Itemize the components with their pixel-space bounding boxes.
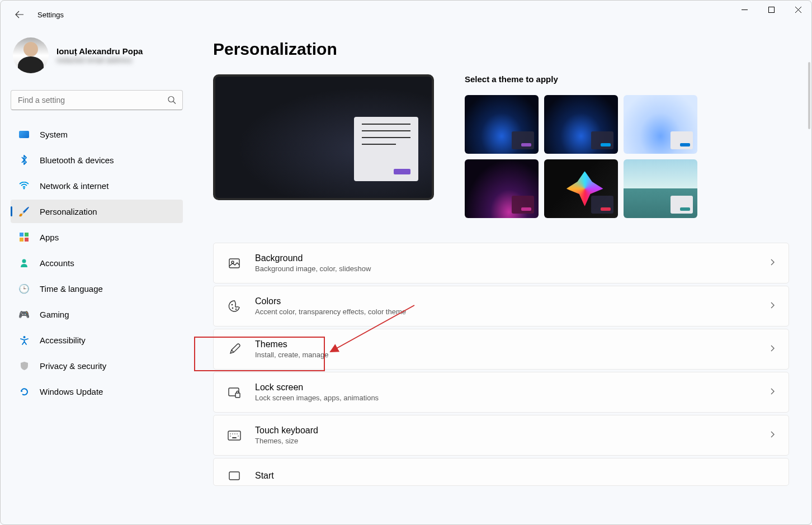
keyboard-icon (227, 428, 242, 443)
bluetooth-icon (18, 154, 30, 165)
sidebar-item-time[interactable]: 🕒Time & language (11, 277, 183, 300)
sidebar-item-privacy[interactable]: Privacy & security (11, 354, 183, 377)
setting-title: Start (255, 471, 775, 481)
sidebar-item-update[interactable]: Windows Update (11, 380, 183, 403)
monitor-icon (18, 129, 30, 140)
window-controls (731, 1, 811, 18)
sidebar-item-gaming[interactable]: 🎮Gaming (11, 302, 183, 326)
sidebar-item-network[interactable]: Network & internet (11, 174, 183, 197)
setting-themes[interactable]: ThemesInstall, create, manage (213, 329, 789, 370)
wifi-icon (18, 180, 30, 191)
nav-label: System (40, 130, 68, 139)
setting-sub: Install, create, manage (255, 351, 756, 359)
setting-title: Lock screen (255, 382, 756, 392)
theme-thumb-3[interactable] (624, 95, 697, 154)
theme-thumb-2[interactable] (544, 95, 618, 154)
person-icon (18, 257, 30, 268)
nav-label: Accounts (40, 258, 74, 268)
brush-icon: 🖌️ (18, 206, 30, 217)
svg-point-14 (232, 433, 233, 434)
accessibility-icon (18, 334, 30, 346)
svg-point-7 (231, 304, 233, 306)
desktop-preview (213, 74, 434, 200)
svg-rect-0 (768, 7, 774, 12)
setting-sub: Themes, size (255, 437, 756, 445)
user-email: redacted email address (56, 56, 143, 64)
search-box[interactable] (11, 90, 183, 110)
nav-label: Personalization (40, 207, 97, 216)
app-title: Settings (37, 11, 64, 19)
chevron-right-icon (769, 301, 775, 311)
user-name: Ionuț Alexandru Popa (56, 46, 143, 56)
nav-label: Windows Update (40, 387, 103, 396)
setting-start[interactable]: Start (213, 458, 789, 486)
scrollbar-thumb[interactable] (808, 62, 810, 129)
sidebar-item-accessibility[interactable]: Accessibility (11, 328, 183, 352)
nav-label: Time & language (40, 284, 103, 294)
nav-label: Apps (40, 233, 59, 242)
search-input[interactable] (11, 90, 183, 110)
sidebar-item-accounts[interactable]: Accounts (11, 251, 183, 275)
setting-title: Background (255, 253, 756, 263)
apps-icon (18, 231, 30, 243)
update-icon (18, 386, 30, 397)
setting-lock-screen[interactable]: Lock screenLock screen images, apps, ani… (213, 372, 789, 413)
setting-colors[interactable]: ColorsAccent color, transparency effects… (213, 286, 789, 327)
chevron-right-icon (769, 387, 775, 398)
svg-point-9 (235, 309, 237, 310)
setting-title: Colors (255, 296, 756, 306)
arrow-left-icon (15, 10, 24, 19)
title-bar: Settings (1, 1, 811, 29)
svg-point-3 (22, 259, 26, 263)
maximize-button[interactable] (758, 1, 785, 18)
theme-thumb-1[interactable] (465, 95, 539, 154)
page-title: Personalization (213, 40, 789, 59)
clock-globe-icon: 🕒 (18, 283, 30, 294)
main-content: Personalization Select a theme to apply (191, 29, 811, 524)
setting-sub: Accent color, transparency effects, colo… (255, 308, 756, 316)
svg-point-17 (230, 436, 231, 437)
svg-point-2 (23, 188, 25, 190)
svg-point-8 (232, 308, 233, 309)
setting-touch-keyboard[interactable]: Touch keyboardThemes, size (213, 415, 789, 456)
close-button[interactable] (785, 1, 811, 18)
picture-icon (227, 256, 242, 271)
start-icon (227, 469, 242, 483)
setting-sub: Lock screen images, apps, animations (255, 394, 756, 402)
theme-thumb-5[interactable] (544, 159, 618, 218)
theme-header: Select a theme to apply (465, 74, 789, 84)
minimize-button[interactable] (731, 1, 758, 18)
sidebar: Ionuț Alexandru Popa redacted email addr… (1, 29, 191, 524)
lock-screen-icon (227, 385, 242, 400)
theme-thumb-6[interactable] (624, 159, 697, 218)
palette-icon (227, 299, 242, 314)
svg-rect-11 (235, 393, 240, 398)
setting-title: Themes (255, 339, 756, 349)
nav-list: System Bluetooth & devices Network & int… (11, 122, 183, 403)
gamepad-icon: 🎮 (18, 309, 30, 320)
back-button[interactable] (8, 3, 31, 26)
svg-rect-12 (228, 431, 240, 440)
shield-icon (18, 360, 30, 371)
chevron-right-icon (769, 431, 775, 441)
sidebar-item-system[interactable]: System (11, 122, 183, 146)
chevron-right-icon (769, 258, 775, 268)
sidebar-item-personalization[interactable]: 🖌️Personalization (11, 200, 183, 223)
pen-icon (227, 342, 242, 357)
svg-point-16 (237, 433, 238, 434)
svg-point-15 (234, 433, 235, 434)
avatar (13, 37, 49, 73)
setting-sub: Background image, color, slideshow (255, 264, 756, 273)
setting-background[interactable]: BackgroundBackground image, color, slide… (213, 243, 789, 283)
svg-rect-19 (232, 437, 237, 438)
search-icon (168, 96, 176, 105)
sidebar-item-apps[interactable]: Apps (11, 225, 183, 249)
theme-thumb-4[interactable] (465, 159, 539, 218)
user-profile[interactable]: Ionuț Alexandru Popa redacted email addr… (11, 34, 183, 77)
svg-point-4 (23, 336, 25, 338)
setting-title: Touch keyboard (255, 425, 756, 436)
svg-point-1 (168, 97, 174, 102)
sidebar-item-bluetooth[interactable]: Bluetooth & devices (11, 148, 183, 172)
nav-label: Network & internet (40, 181, 108, 191)
svg-point-18 (238, 436, 239, 437)
